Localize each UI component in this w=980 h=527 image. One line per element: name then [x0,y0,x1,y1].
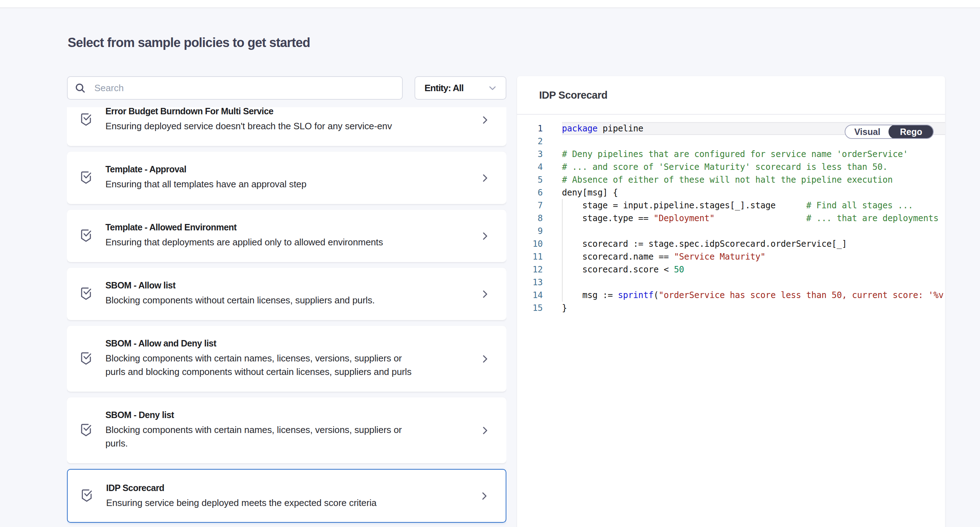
code-line: 11 scorecard.name == "Service Maturity" [517,250,945,263]
code-line: 12 scorecard.score < 50 [517,263,945,276]
search-input[interactable] [94,77,396,99]
policy-card-texts: SBOM - Allow and Deny list Blocking comp… [105,326,480,379]
line-number: 2 [517,135,543,148]
policy-card-texts: SBOM - Allow list Blocking components wi… [105,268,480,307]
line-text: # Absence of either of these will not ha… [543,174,945,186]
line-number: 1 [517,122,543,135]
policy-card-description: Ensuring deployed service doesn't breach… [105,119,412,133]
policy-card-sbom-deny-list[interactable]: SBOM - Deny list Blocking components wit… [67,397,506,463]
rego-tab[interactable]: Rego [888,125,934,139]
code-line: 6 deny[msg] { [517,186,945,199]
line-text: msg := sprintf("orderService has score l… [543,289,945,302]
policy-card-description: Ensuring that all templates have an appr… [105,177,412,191]
policy-card-description: Blocking components without certain lice… [105,293,412,307]
detail-title: IDP Scorecard [539,89,608,101]
line-number: 6 [517,186,543,199]
policy-card-texts: Error Budget Burndown For Multi Service … [105,107,480,133]
policy-card-template-approval[interactable]: Template - Approval Ensuring that all te… [67,152,506,204]
code-line: 3 # Deny pipelines that are configured f… [517,148,945,161]
chevron-down-icon [487,83,498,93]
line-text: deny[msg] { [543,186,945,199]
line-text: stage.type == "Deployment" # ... that ar… [543,212,945,224]
line-text [543,276,945,289]
entity-filter-select[interactable]: Entity: All [415,76,506,100]
code-lines: 1 package pipeline 2 3 # Deny pipelines … [517,122,945,314]
policy-card-title: SBOM - Deny list [105,409,480,421]
line-number: 3 [517,148,543,161]
code-line: 10 scorecard := stage.spec.idpScorecard.… [517,237,945,250]
line-number: 15 [517,302,543,314]
code-line: 15 } [517,302,945,314]
chevron-right-icon[interactable] [480,231,490,241]
policy-card-description: Blocking components with certain names, … [105,352,412,379]
line-text: stage = input.pipeline.stages[_].stage #… [543,199,945,212]
line-number: 4 [517,161,543,174]
policy-card-description: Ensuring service being deployed meets th… [106,496,412,509]
policy-card-template-allowed-environment[interactable]: Template - Allowed Environment Ensuring … [67,210,506,262]
chevron-right-icon[interactable] [480,115,490,125]
policy-card-title: Error Budget Burndown For Multi Service [105,107,480,117]
editor-mode-toggle: Visual Rego [845,125,934,139]
top-bar [0,0,980,8]
code-line: 7 stage = input.pipeline.stages[_].stage… [517,199,945,212]
line-text: # Deny pipelines that are configured for… [543,148,945,161]
shield-check-icon [80,113,92,127]
policy-card-title: Template - Allowed Environment [105,221,480,233]
policy-detail-panel: IDP Scorecard 1 package pipeline 2 3 # D… [517,76,945,527]
line-number: 13 [517,276,543,289]
line-text [543,224,945,237]
code-line: 5 # Absence of either of these will not … [517,174,945,186]
line-number: 14 [517,289,543,302]
line-text: scorecard.score < 50 [543,263,945,276]
shield-check-icon [80,424,92,438]
policy-card-sbom-allow-and-deny-list[interactable]: SBOM - Allow and Deny list Blocking comp… [67,326,506,392]
policy-card-title: Template - Approval [105,163,480,175]
policy-card-description: Blocking components with certain names, … [105,423,412,450]
policy-card-description: Ensuring that deployments are applied on… [105,236,412,249]
code-line: 4 # ... and score of 'Service Maturity' … [517,161,945,174]
chevron-right-icon[interactable] [480,173,490,183]
policy-card-idp-scorecard[interactable]: IDP Scorecard Ensuring service being dep… [67,469,506,523]
page-title: Select from sample policies to get start… [68,35,310,50]
line-number: 8 [517,212,543,224]
policy-card-texts: Template - Allowed Environment Ensuring … [105,210,480,249]
code-line: 9 [517,224,945,237]
search-icon [74,82,86,94]
policy-card-title: IDP Scorecard [106,482,479,494]
chevron-right-icon[interactable] [479,491,489,501]
code-editor[interactable]: 1 package pipeline 2 3 # Deny pipelines … [517,122,945,314]
code-line: 14 msg := sprintf("orderService has scor… [517,289,945,302]
policy-card-texts: Template - Approval Ensuring that all te… [105,152,480,191]
chevron-right-icon[interactable] [480,425,490,435]
line-text: scorecard := stage.spec.idpScorecard.ord… [543,237,945,250]
entity-filter-label: Entity: All [425,83,463,94]
shield-check-icon [80,287,92,301]
visual-tab[interactable]: Visual [845,125,889,138]
policy-card-title: SBOM - Allow and Deny list [105,337,480,349]
policy-card-error-budget-burndown-for-multi-service[interactable]: Error Budget Burndown For Multi Service … [67,107,506,146]
chevron-right-icon[interactable] [480,354,490,364]
line-text: } [543,302,945,314]
policy-card-sbom-allow-list[interactable]: SBOM - Allow list Blocking components wi… [67,268,506,320]
line-number: 11 [517,250,543,263]
line-text: scorecard.name == "Service Maturity" [543,250,945,263]
policy-card-texts: SBOM - Deny list Blocking components wit… [105,397,480,450]
policy-card-title: SBOM - Allow list [105,279,480,291]
line-number: 12 [517,263,543,276]
shield-check-icon [80,171,92,185]
code-line: 8 stage.type == "Deployment" # ... that … [517,212,945,224]
line-number: 9 [517,224,543,237]
detail-header: IDP Scorecard [517,76,945,115]
line-number: 10 [517,237,543,250]
line-number: 7 [517,199,543,212]
shield-check-icon [80,229,92,243]
shield-check-icon [81,489,92,503]
chevron-right-icon[interactable] [480,289,490,299]
policy-list: Error Budget Burndown For Multi Service … [67,107,506,523]
code-line: 13 [517,276,945,289]
line-text: # ... and score of 'Service Maturity' sc… [543,161,945,174]
line-number: 5 [517,174,543,186]
search-box[interactable] [67,76,403,100]
policy-card-texts: IDP Scorecard Ensuring service being dep… [106,470,479,509]
shield-check-icon [80,352,92,366]
